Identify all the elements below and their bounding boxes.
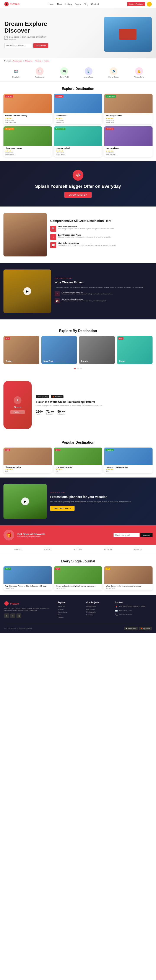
dest-card-reviews-2: 1.1k reviews: [56, 119, 101, 121]
app-stats: 220+ Hotels 72 k+ Received 50 k+ Satisfa…: [36, 410, 153, 415]
app-store-badge[interactable]: 🍎 App Store: [51, 395, 63, 398]
comprehensive-section: Comprehensive All Great Destination Here…: [0, 207, 156, 263]
dest-card-5[interactable]: Restaurants Creative Splash ★★★★★ 1.5k r…: [54, 126, 102, 157]
logo-icon: ✦: [4, 2, 9, 6]
cat-hospitals[interactable]: 🏥 Hospitals: [12, 67, 20, 78]
cat-flying-label: Flying Center: [108, 76, 119, 78]
google-play-label: Google Play: [39, 396, 48, 398]
dest-card-body-1: Novotel London Canary ★★★★☆ 1.3k reviews…: [3, 113, 52, 124]
dest-card-2[interactable]: Traveling Clea Palace ★★★★☆ 1.1k reviews…: [54, 94, 102, 124]
google-play-badge[interactable]: ▶ Google Play: [36, 395, 49, 398]
dest-card-stars-6: ★★★★★: [106, 150, 151, 152]
footer-services-link[interactable]: Services: [57, 608, 82, 610]
comp-feature-1: 🔍 Find What You Want Find things that yo…: [50, 226, 153, 232]
pop-card-img-1: HOT: [3, 447, 52, 465]
nav-blog[interactable]: Blog: [84, 3, 88, 5]
cat-game[interactable]: 🎮 Game Field: [60, 67, 68, 78]
hero-tram: [104, 17, 152, 52]
pop-card-1[interactable]: HOT The Burger Joint ★★★★★ 2.2k: [3, 447, 52, 473]
nav-listing[interactable]: Listing: [65, 3, 72, 5]
cat-flying[interactable]: ✈️ Flying Center: [108, 67, 119, 78]
dubai-badge: HOT: [118, 337, 124, 340]
nav-pages[interactable]: Pages: [75, 3, 81, 5]
cat-live[interactable]: 📡 Live & Feed: [84, 67, 93, 78]
login-button[interactable]: Login / Register: [127, 2, 145, 6]
stat-received-num: 72 k+: [46, 410, 54, 413]
pop-card-bg-1: [3, 447, 52, 465]
dot-1[interactable]: [74, 368, 76, 369]
apple-icon: 🍎: [52, 396, 54, 398]
why-feature-2: 📅 Get Instant Tour Bookings Book your to…: [55, 298, 153, 303]
footer-about-link[interactable]: About Us: [57, 605, 82, 608]
dest-dubai[interactable]: HOT Dubai: [117, 336, 153, 364]
phone-app-name: Fioxen: [14, 406, 21, 409]
stat-satisfaction-label: Satisfaction: [57, 413, 65, 415]
tags-label: Popular:: [4, 60, 11, 62]
rewards-subscribe-button[interactable]: Subscribe: [140, 533, 153, 537]
play-button[interactable]: ▶: [24, 287, 31, 295]
dest-card-3[interactable]: Restaurants The Burger Joint ★★★★★ 2.2k …: [104, 94, 153, 124]
footer-contact-title: Contact: [115, 601, 152, 604]
rewards-email-input[interactable]: [113, 533, 140, 537]
dest-card-stars-2: ★★★★☆: [56, 118, 101, 119]
partner-3: #STUEO: [74, 548, 82, 550]
journal-card-badge-2: Tips: [55, 568, 60, 570]
footer-branding-link[interactable]: Branding: [86, 614, 111, 616]
search-button[interactable]: Search Now: [33, 43, 48, 48]
pop-card-2[interactable]: HOT The Pastry Corner ★★★★☆ 980: [54, 447, 102, 473]
footer-appdesign-link[interactable]: App Design: [86, 608, 111, 610]
footer-destinations-link[interactable]: Destinations: [57, 611, 82, 613]
nav-home[interactable]: Home: [48, 3, 54, 5]
footer-app-store-button[interactable]: 🍎 App Store: [139, 627, 152, 630]
tag-touring[interactable]: Touring: [36, 60, 41, 62]
dest-card-1[interactable]: Traveling Novotel London Canary ★★★★☆ 1.…: [3, 94, 52, 124]
dest-turkey[interactable]: HOT Turkey: [3, 336, 39, 364]
dest-card-img-3: Restaurants: [104, 94, 153, 113]
nav: Home About Listing Pages Blog Contact: [48, 3, 99, 5]
comp-feature-title-1: Find What You Want: [58, 226, 114, 228]
dot-2[interactable]: [77, 368, 79, 369]
journal-card-2[interactable]: Tips Attract and retain quality high pay…: [54, 566, 102, 590]
splash-explore-button[interactable]: EXPLORE HERE >: [65, 192, 91, 198]
journal-card-body-3: What do you today improve your tomorrow …: [104, 584, 153, 590]
dest-newyork[interactable]: New York: [41, 336, 77, 364]
phone-visit-button[interactable]: Visit Us →: [10, 410, 25, 414]
footer-google-play-icon: ▶: [126, 628, 127, 629]
footer-webdesign-link[interactable]: Web Design: [86, 605, 111, 608]
nav-about[interactable]: About: [57, 3, 62, 5]
dest-card-location-1: New York, USA: [5, 121, 50, 123]
pop-card-reviews-3: 1.3k: [106, 470, 151, 472]
instagram-icon[interactable]: in: [16, 613, 21, 618]
footer-photography-link[interactable]: Photography: [86, 611, 111, 613]
cat-restaurants[interactable]: 🍽️ Restaurants: [35, 67, 44, 78]
twitter-icon[interactable]: t: [10, 613, 15, 618]
planners-play-button[interactable]: ▶: [21, 498, 29, 505]
facebook-icon[interactable]: f: [4, 613, 9, 618]
journal-card-title-1: Top 5 Amazing Places to Stay in Canada w…: [5, 585, 50, 587]
turkey-label: Turkey: [6, 360, 13, 363]
dest-card-img-4: Today's 11: [3, 126, 52, 146]
footer-blog-link[interactable]: Blog: [57, 614, 82, 616]
cat-fitness[interactable]: 💪 Fitness Zone: [134, 67, 144, 78]
journal-card-3[interactable]: Life What do you today improve your tomo…: [104, 566, 153, 590]
footer-contact-link[interactable]: Contact: [57, 617, 82, 619]
tag-venice[interactable]: Venice: [44, 60, 49, 62]
journal-card-1[interactable]: Travel Top 5 Amazing Places to Stay in C…: [3, 566, 52, 590]
planners-explore-button[interactable]: EXPLORE LINKS >: [50, 506, 74, 511]
nav-contact[interactable]: Contact: [91, 3, 99, 5]
tag-restaurants[interactable]: Restaurants: [13, 60, 22, 62]
journal-card-body-1: Top 5 Amazing Places to Stay in Canada w…: [3, 584, 52, 590]
search-input[interactable]: [4, 43, 33, 48]
dest-card-6[interactable]: Traveling Lea Hotel NYC ★★★★★ 3.1k revie…: [104, 126, 153, 157]
dot-3[interactable]: [80, 368, 82, 369]
tag-shopping[interactable]: Shopping: [25, 60, 33, 62]
planners-desc: Our professional planning team creates p…: [50, 501, 153, 503]
pop-card-3[interactable]: Trending Novotel London Canary ★★★★★ 1.3…: [104, 447, 153, 473]
dest-card-4[interactable]: Today's 11 The Pastry Corner ★★★★☆ 980 r…: [3, 126, 52, 157]
footer-google-play-button[interactable]: ▶ Google Play: [124, 627, 137, 630]
popular-destination-section: Popular Destination HOT The Burger Joint…: [0, 435, 156, 477]
app-store-badges: ▶ Google Play 🍎 App Store: [36, 395, 153, 398]
certified-icon: ✓: [55, 291, 60, 296]
dest-london[interactable]: London: [79, 336, 115, 364]
phone-logo-icon: ✦: [14, 396, 22, 404]
